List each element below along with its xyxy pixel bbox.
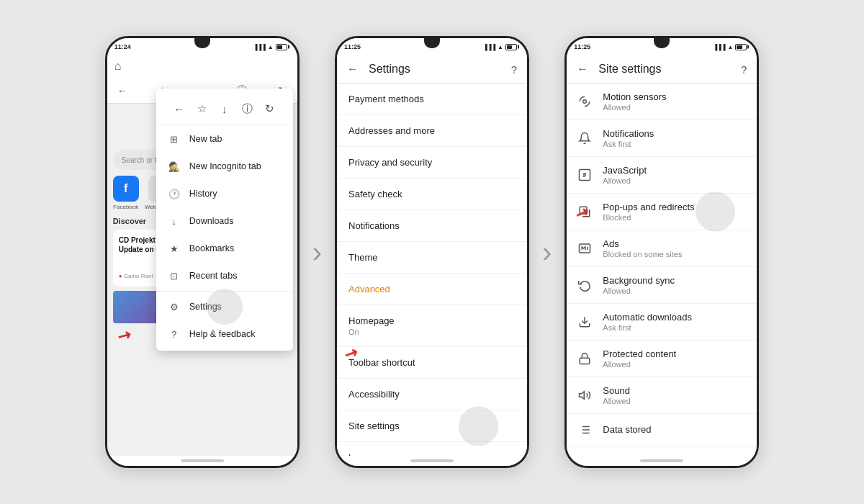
signal-icon-2: ▐▐▐ <box>483 44 495 50</box>
time-2: 11:25 <box>344 43 361 50</box>
status-icons-1: ▐▐▐ ▲ <box>253 44 287 50</box>
motion-text: Motion sensors Allowed <box>603 91 747 112</box>
js-sub: Allowed <box>603 176 747 185</box>
site-item-popups[interactable]: Pop-ups and redirects Blocked <box>567 194 757 230</box>
site-item-sound[interactable]: Sound Allowed <box>567 377 757 414</box>
settings-payment[interactable]: Payment methods <box>337 84 527 115</box>
menu-info-icon[interactable]: ⓘ <box>237 99 257 119</box>
status-icons-2: ▐▐▐ ▲ <box>483 44 517 50</box>
nav-arrow-2: › <box>542 236 552 269</box>
menu-star-icon[interactable]: ☆ <box>192 99 212 119</box>
facebook-label: Facebook <box>113 204 138 210</box>
menu-recent-tabs[interactable]: ⊡ Recent tabs <box>156 262 293 289</box>
site-help-btn[interactable]: ? <box>741 63 747 76</box>
menu-bookmarks[interactable]: ★ Bookmarks <box>156 235 293 262</box>
settings-homepage[interactable]: Homepage On <box>337 305 527 347</box>
menu-help[interactable]: ? Help & feedback <box>156 320 293 348</box>
bookmarks-label: Bookmarks <box>189 243 235 253</box>
menu-history[interactable]: 🕐 History <box>156 180 293 207</box>
bgsync-sub: Allowed <box>603 287 747 295</box>
status-bar-2: 11:25 ▐▐▐ ▲ <box>337 38 527 55</box>
payment-label: Payment methods <box>348 94 516 104</box>
protected-text: Protected content Allowed <box>603 348 747 369</box>
nav-arrow-1: › <box>312 236 322 269</box>
settings-back-btn[interactable]: ← <box>347 63 359 76</box>
site-item-notifications[interactable]: Notifications Ask first <box>567 120 757 157</box>
home-bar-3 <box>567 456 757 466</box>
popups-sub: Blocked <box>603 213 747 222</box>
signal-icon-3: ▐▐▐ <box>713 44 725 50</box>
languages-label: Languages <box>348 452 516 456</box>
svg-rect-5 <box>580 358 590 364</box>
settings-toolbar[interactable]: Toolbar shortcut <box>337 347 527 379</box>
svg-point-0 <box>583 100 587 104</box>
history-label: History <box>189 189 217 199</box>
phone1: 11:24 ▐▐▐ ▲ ⌂ ← ☆ ↓ ⓘ ↻ Search or type <box>105 36 300 468</box>
homepage-sub: On <box>348 328 516 336</box>
site-item-nfc[interactable]: NFC devices Ask first <box>567 446 757 456</box>
back-icon[interactable]: ← <box>114 83 130 99</box>
settings-site-settings[interactable]: Site settings <box>337 410 527 442</box>
phone2: 11:25 ▐▐▐ ▲ ← Settings ? Payment methods… <box>335 36 529 468</box>
addresses-label: Addresses and more <box>348 125 516 136</box>
nfc-label: NFC devices <box>603 454 747 456</box>
site-item-protected[interactable]: Protected content Allowed <box>567 341 757 377</box>
site-item-bgsync[interactable]: Background sync Allowed <box>567 267 757 304</box>
discover-label: Discover <box>113 217 146 225</box>
site-settings-header: ← Site settings ? <box>567 55 757 84</box>
settings-accessibility[interactable]: Accessibility <box>337 379 527 410</box>
site-item-ads[interactable]: Ads Blocked on some sites <box>567 230 757 267</box>
notch-3 <box>654 38 670 48</box>
settings-notifications[interactable]: Notifications <box>337 210 527 242</box>
menu-back-icon[interactable]: ← <box>168 99 189 119</box>
settings-help-btn[interactable]: ? <box>511 63 517 76</box>
wifi-icon: ▲ <box>268 44 274 50</box>
settings-theme[interactable]: Theme <box>337 242 527 274</box>
protected-label: Protected content <box>603 348 747 359</box>
menu-top-icons: ← ☆ ↓ ⓘ ↻ <box>156 91 293 125</box>
status-bar-3: 11:25 ▐▐▐ ▲ <box>567 38 757 55</box>
menu-refresh-icon[interactable]: ↻ <box>260 99 280 119</box>
menu-download-icon[interactable]: ↓ <box>215 99 235 119</box>
home-bar-2 <box>337 456 527 466</box>
notch-1 <box>194 38 210 48</box>
home-indicator-1 <box>181 459 224 462</box>
js-icon <box>577 167 593 183</box>
autodownload-text: Automatic downloads Ask first <box>603 312 747 332</box>
site-settings-title: Site settings <box>598 63 731 76</box>
accessibility-label: Accessibility <box>348 389 516 400</box>
protected-sub: Allowed <box>603 360 747 369</box>
wifi-icon-2: ▲ <box>498 44 503 50</box>
status-bar-1: 11:24 ▐▐▐ ▲ <box>107 38 297 55</box>
site-item-autodownload[interactable]: Automatic downloads Ask first <box>567 304 757 341</box>
downloads-icon: ↓ <box>168 215 181 228</box>
data-icon <box>577 422 593 438</box>
recent-tabs-label: Recent tabs <box>189 271 238 281</box>
site-back-btn[interactable]: ← <box>577 63 588 76</box>
signal-icon: ▐▐▐ <box>253 44 266 50</box>
settings-addresses[interactable]: Addresses and more <box>337 115 527 147</box>
menu-downloads[interactable]: ↓ Downloads <box>156 207 293 235</box>
menu-settings[interactable]: ⚙ Settings <box>156 293 293 320</box>
home-icon[interactable]: ⌂ <box>114 60 122 73</box>
theme-label: Theme <box>348 252 516 263</box>
time-3: 11:25 <box>574 43 590 50</box>
chrome-top-bar: ⌂ <box>107 55 297 77</box>
wifi-icon-3: ▲ <box>727 44 733 50</box>
battery-icon-2 <box>505 44 517 50</box>
shortcut-facebook[interactable]: f Facebook <box>113 176 139 210</box>
settings-privacy[interactable]: Privacy and security <box>337 147 527 179</box>
site-item-data[interactable]: Data stored <box>567 414 757 446</box>
toolbar-label: Toolbar shortcut <box>348 357 516 368</box>
site-item-motion[interactable]: Motion sensors Allowed <box>567 84 757 120</box>
ads-icon <box>577 240 593 256</box>
protected-icon <box>577 351 593 366</box>
battery-fill <box>277 45 282 49</box>
settings-languages[interactable]: Languages <box>337 442 527 456</box>
menu-incognito[interactable]: 🕵 New Incognito tab <box>156 153 293 180</box>
menu-new-tab[interactable]: ⊞ New tab <box>156 125 293 153</box>
settings-safety[interactable]: Safety check <box>337 179 527 210</box>
settings-advanced[interactable]: Advanced <box>337 274 527 305</box>
site-item-js[interactable]: JavaScript Allowed <box>567 157 757 194</box>
settings-label: Settings <box>189 302 222 312</box>
